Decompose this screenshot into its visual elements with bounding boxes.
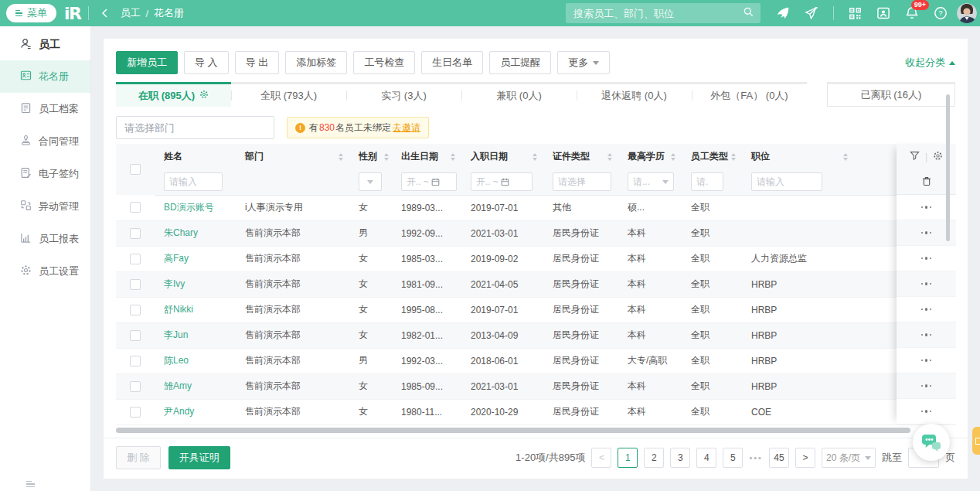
menu-button[interactable]: 菜单 bbox=[6, 4, 56, 22]
issue-certificate-button[interactable]: 开具证明 bbox=[168, 446, 230, 469]
delete-button[interactable]: 删 除 bbox=[116, 446, 161, 469]
page-button-3[interactable]: 3 bbox=[670, 448, 690, 468]
sidebar-item-settings[interactable]: 员工设置 bbox=[0, 255, 90, 288]
search-input[interactable] bbox=[573, 8, 743, 19]
birthday-list-button[interactable]: 生日名单 bbox=[421, 51, 483, 74]
sort-icon[interactable] bbox=[607, 153, 612, 161]
employee-name-link[interactable]: 陈Leo bbox=[164, 355, 189, 366]
department-input[interactable] bbox=[124, 122, 266, 134]
sort-icon[interactable] bbox=[384, 153, 389, 161]
emptype-filter-input[interactable] bbox=[691, 172, 723, 191]
employee-name-link[interactable]: 李Jun bbox=[164, 329, 188, 340]
breadcrumb-section[interactable]: 员工 bbox=[120, 6, 140, 20]
page-button-4[interactable]: 4 bbox=[696, 448, 716, 468]
invite-link[interactable]: 去邀请 bbox=[393, 121, 420, 135]
row-checkbox[interactable] bbox=[130, 407, 141, 418]
row-more-actions[interactable] bbox=[897, 297, 956, 322]
dingtalk-icon[interactable] bbox=[776, 6, 790, 20]
row-more-actions[interactable] bbox=[897, 399, 956, 425]
tab-fulltime[interactable]: 全职 (793人) bbox=[231, 82, 346, 107]
sidebar-collapse-icon[interactable] bbox=[26, 481, 35, 488]
clear-filters-trash-icon[interactable] bbox=[921, 176, 932, 189]
idtype-filter-input[interactable] bbox=[553, 172, 611, 191]
tab-parttime[interactable]: 兼职 (0人) bbox=[461, 82, 577, 107]
qr-code-icon[interactable] bbox=[849, 7, 862, 20]
row-checkbox[interactable] bbox=[130, 381, 141, 392]
help-icon[interactable]: ? bbox=[934, 6, 948, 20]
sidebar-item-contracts[interactable]: 合同管理 bbox=[0, 125, 90, 158]
import-button[interactable]: 导 入 bbox=[184, 51, 229, 74]
breadcrumb-page[interactable]: 花名册 bbox=[154, 6, 184, 20]
sort-icon[interactable] bbox=[843, 153, 848, 161]
back-icon[interactable] bbox=[100, 8, 111, 19]
chat-fab-button[interactable] bbox=[913, 424, 950, 461]
row-checkbox[interactable] bbox=[130, 228, 141, 239]
education-filter-select[interactable]: 请... bbox=[628, 172, 674, 191]
tab-outsourced[interactable]: 外包（FA） (0人) bbox=[692, 82, 807, 107]
row-more-actions[interactable] bbox=[897, 322, 956, 348]
page-button-45[interactable]: 45 bbox=[769, 448, 789, 468]
employee-name-link[interactable]: 高Fay bbox=[164, 253, 189, 264]
page-button-5[interactable]: 5 bbox=[723, 448, 743, 468]
sidebar-item-transfers[interactable]: 异动管理 bbox=[0, 190, 90, 223]
send-icon[interactable] bbox=[805, 6, 818, 20]
sort-icon[interactable] bbox=[339, 153, 343, 161]
add-employee-button[interactable]: 新增员工 bbox=[116, 51, 178, 74]
export-button[interactable]: 导 出 bbox=[235, 51, 280, 74]
tab-resigned[interactable]: 已离职 (16人) bbox=[827, 82, 955, 107]
sidebar-item-reports[interactable]: 员工报表 bbox=[0, 223, 90, 255]
tab-intern[interactable]: 实习 (3人) bbox=[346, 82, 461, 107]
sort-icon[interactable] bbox=[731, 153, 736, 161]
column-settings-gear-icon[interactable] bbox=[933, 151, 943, 163]
row-checkbox[interactable] bbox=[130, 202, 141, 213]
birthdate-filter-range[interactable]: 开..~ bbox=[401, 172, 457, 191]
prev-page-button[interactable]: < bbox=[591, 448, 611, 468]
notifications-bell-icon[interactable]: 99+ bbox=[905, 6, 919, 20]
employee-name-link[interactable]: 朱Chary bbox=[164, 227, 198, 238]
tab-active-employees[interactable]: 在职 (895人) bbox=[116, 82, 231, 107]
employee-name-link[interactable]: 舒Nikki bbox=[164, 304, 193, 315]
sort-icon[interactable] bbox=[451, 153, 455, 161]
vertical-scrollbar-thumb[interactable] bbox=[946, 94, 950, 241]
row-checkbox[interactable] bbox=[130, 330, 141, 341]
row-checkbox[interactable] bbox=[130, 279, 141, 290]
user-avatar[interactable] bbox=[957, 3, 977, 23]
employee-name-link[interactable]: 尹Andy bbox=[164, 406, 194, 417]
page-ellipsis[interactable]: ••• bbox=[749, 453, 763, 462]
hiredate-filter-range[interactable]: 开..~ bbox=[471, 172, 533, 191]
app-logo[interactable]: iR bbox=[64, 4, 80, 23]
name-filter-input[interactable] bbox=[164, 172, 223, 191]
sort-icon[interactable] bbox=[671, 153, 675, 161]
employee-name-link[interactable]: 雏Amy bbox=[164, 380, 192, 391]
search-icon[interactable] bbox=[743, 6, 754, 20]
gender-filter-select[interactable] bbox=[359, 172, 382, 191]
tab-rehired[interactable]: 退休返聘 (0人) bbox=[577, 82, 692, 107]
department-select[interactable] bbox=[116, 116, 274, 139]
row-more-actions[interactable] bbox=[897, 271, 956, 297]
page-size-select[interactable]: 20 条/页 bbox=[822, 448, 876, 468]
row-more-actions[interactable] bbox=[897, 246, 956, 271]
employee-reminder-button[interactable]: 员工提醒 bbox=[489, 51, 551, 74]
contacts-icon[interactable] bbox=[876, 6, 890, 20]
sidebar-item-employee-files[interactable]: 员工档案 bbox=[0, 93, 90, 125]
collapse-categories-link[interactable]: 收起分类 bbox=[905, 56, 955, 70]
employee-name-link[interactable]: 李Ivy bbox=[164, 278, 185, 289]
page-button-1[interactable]: 1 bbox=[618, 448, 638, 468]
sidebar-item-esign[interactable]: 电子签约 bbox=[0, 158, 90, 190]
filter-funnel-icon[interactable] bbox=[910, 151, 920, 163]
tab-gear-icon[interactable] bbox=[199, 90, 209, 101]
employee-name-link[interactable]: BD演示账号 bbox=[164, 202, 214, 213]
page-button-2[interactable]: 2 bbox=[644, 448, 664, 468]
employee-id-check-button[interactable]: 工号检查 bbox=[353, 51, 415, 74]
position-filter-input[interactable] bbox=[751, 172, 822, 191]
more-button[interactable]: 更多 bbox=[557, 51, 610, 74]
row-checkbox[interactable] bbox=[130, 305, 141, 315]
row-more-actions[interactable] bbox=[897, 373, 956, 399]
select-all-checkbox[interactable] bbox=[130, 164, 141, 175]
add-tag-button[interactable]: 添加标签 bbox=[285, 51, 347, 74]
side-panel-tab[interactable] bbox=[972, 427, 980, 455]
row-checkbox[interactable] bbox=[130, 254, 141, 264]
horizontal-scrollbar-thumb[interactable] bbox=[116, 428, 910, 433]
next-page-button[interactable]: > bbox=[795, 448, 815, 468]
row-more-actions[interactable] bbox=[897, 348, 956, 373]
